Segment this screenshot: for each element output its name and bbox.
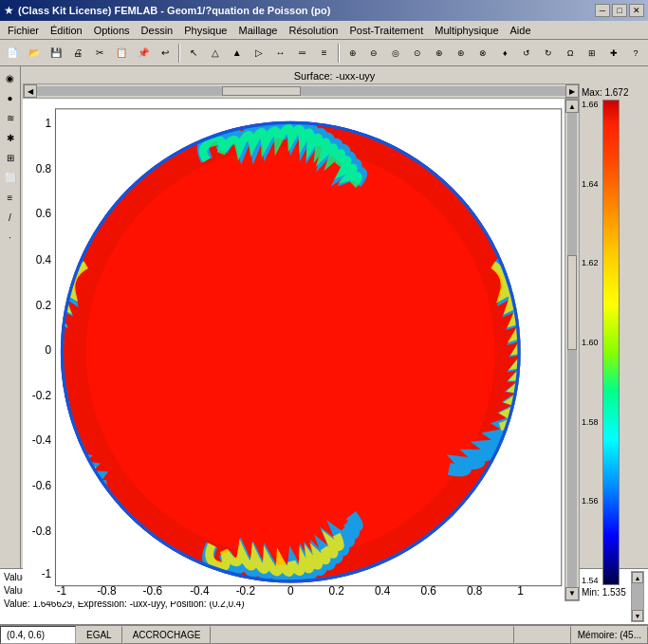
scroll-left-arrow[interactable]: ◀ (24, 84, 37, 98)
toolbar-btn2-1[interactable]: △ (205, 43, 226, 64)
toolbar-btn3-9[interactable]: ↻ (538, 43, 559, 64)
svg-text:-0.2: -0.2 (236, 584, 255, 598)
svg-text:-0.2: -0.2 (32, 389, 51, 402)
toolbar-btn-7[interactable]: ↩ (155, 43, 176, 64)
left-btn-3[interactable]: ✱ (1, 128, 20, 147)
status-scrollbar[interactable]: ▲ ▼ (631, 571, 644, 622)
minimize-button[interactable]: ─ (595, 4, 610, 17)
horiz-scrollbar[interactable]: ◀ ▶ (23, 83, 580, 99)
toolbar-btn-4[interactable]: ✂ (89, 43, 110, 64)
toolbar-btn3-2[interactable]: ◎ (385, 43, 406, 64)
svg-text:0.4: 0.4 (375, 584, 391, 598)
svg-text:0.8: 0.8 (36, 162, 52, 175)
status-scroll-track[interactable] (632, 583, 643, 610)
plot-with-vscroll: ◀ ▶ 1 0.8 (23, 83, 580, 601)
menu-item-fichier[interactable]: Fichier (2, 21, 45, 39)
left-btn-5[interactable]: ⬜ (1, 168, 20, 187)
menu-item-posttraitement[interactable]: Post-Traitement (343, 21, 429, 39)
maximize-button[interactable]: □ (612, 4, 627, 17)
menu-item-rsolution[interactable]: Résolution (283, 21, 343, 39)
status-scroll-down[interactable]: ▼ (632, 610, 643, 621)
menu-bar: FichierÉditionOptionsDessinPhysiqueMaill… (0, 21, 648, 40)
coords-display: (0.4, 0.6) (0, 626, 76, 644)
left-toolbar: ◉●≋✱⊞⬜≡/· (0, 66, 21, 568)
colorbar-label-6: 1.56 (582, 496, 599, 506)
toolbar-btn3-12[interactable]: ✚ (603, 43, 624, 64)
horiz-thumb[interactable] (222, 86, 302, 96)
bottom-bar: (0.4, 0.6) EGAL ACCROCHAGE Mémoire: (45.… (0, 625, 648, 644)
menu-item-options[interactable]: Options (88, 21, 136, 39)
title-controls: ─ □ ✕ (595, 4, 644, 17)
svg-text:-0.6: -0.6 (143, 584, 163, 598)
vert-scrollbar[interactable]: ▲ ▼ (565, 99, 580, 601)
vert-track[interactable] (567, 113, 577, 587)
toolbar-btn2-2[interactable]: ▲ (227, 43, 248, 64)
svg-text:1: 1 (517, 584, 524, 598)
plot-canvas-area: 1 0.8 0.6 0.4 0.2 0 -0.2 -0.4 -0.6 -0.8 … (23, 99, 580, 601)
toolbar-btn-3[interactable]: 🖨 (67, 43, 88, 64)
svg-text:1: 1 (46, 117, 52, 130)
colorbar-gradient (602, 100, 620, 585)
egal-button[interactable]: EGAL (76, 626, 122, 644)
app-icon: ★ (4, 4, 14, 17)
menu-item-aide[interactable]: Aide (505, 21, 537, 39)
colorbar-inner: 1.66 1.64 1.62 1.60 1.58 1.56 1.54 (582, 100, 620, 585)
toolbar-btn3-13[interactable]: ? (625, 43, 646, 64)
left-btn-2[interactable]: ≋ (1, 108, 20, 127)
toolbar-btn3-6[interactable]: ⊗ (472, 43, 493, 64)
toolbar-btn3-4[interactable]: ⊕ (429, 43, 450, 64)
main-content: ◉●≋✱⊞⬜≡/· Surface: -uxx-uyy ◀ ▶ (0, 66, 648, 568)
colorbar-label-4: 1.60 (582, 338, 599, 347)
svg-text:-1: -1 (42, 567, 52, 580)
svg-text:0.6: 0.6 (36, 207, 52, 220)
left-btn-8[interactable]: · (1, 228, 20, 247)
toolbar-btn3-3[interactable]: ⊙ (407, 43, 428, 64)
toolbar-btn3-5[interactable]: ⊛ (451, 43, 472, 64)
svg-text:-0.4: -0.4 (32, 433, 52, 447)
toolbar-btn2-4[interactable]: ↔ (270, 43, 291, 64)
svg-text:0: 0 (287, 584, 294, 598)
menu-item-dessin[interactable]: Dessin (136, 21, 179, 39)
toolbar-btn3-0[interactable]: ⊕ (343, 43, 363, 64)
toolbar-btn-5[interactable]: 📋 (111, 43, 132, 64)
toolbar-btn2-6[interactable]: ≡ (314, 43, 335, 64)
menu-item-maillage[interactable]: Maillage (232, 21, 283, 39)
close-button[interactable]: ✕ (629, 4, 644, 17)
toolbar-btn3-10[interactable]: Ω (560, 43, 581, 64)
status-scroll-up[interactable]: ▲ (632, 572, 643, 583)
horiz-track[interactable] (37, 86, 565, 96)
left-btn-0[interactable]: ◉ (1, 68, 20, 87)
vert-thumb[interactable] (567, 255, 577, 350)
title-text: (Class Kit License) FEMLAB - Geom1/?quat… (18, 5, 330, 16)
menu-item-physique[interactable]: Physique (178, 21, 232, 39)
left-btn-7[interactable]: / (1, 208, 20, 227)
menu-item-multiphysique[interactable]: Multiphysique (429, 21, 504, 39)
colorbar-label-2: 1.64 (582, 179, 599, 189)
toolbar-btn3-8[interactable]: ↺ (516, 43, 537, 64)
svg-text:-0.8: -0.8 (32, 524, 52, 538)
svg-text:0: 0 (46, 343, 52, 357)
left-btn-6[interactable]: ≡ (1, 188, 20, 207)
toolbar-btn2-0[interactable]: ↖ (183, 43, 204, 64)
toolbar-btn3-7[interactable]: ♦ (494, 43, 515, 64)
colorbar-label-3: 1.62 (582, 258, 599, 267)
left-btn-4[interactable]: ⊞ (1, 148, 20, 167)
toolbar-btn-0[interactable]: 📄 (2, 43, 23, 64)
toolbar-btn3-11[interactable]: ⊞ (582, 43, 602, 64)
toolbar-btn-2[interactable]: 💾 (46, 43, 66, 64)
scroll-up-arrow[interactable]: ▲ (565, 100, 579, 113)
toolbar-btn-6[interactable]: 📌 (133, 43, 154, 64)
menu-item-dition[interactable]: Édition (45, 21, 88, 39)
left-btn-1[interactable]: ● (1, 88, 20, 107)
accrochage-button[interactable]: ACCROCHAGE (122, 626, 212, 644)
scroll-right-arrow[interactable]: ▶ (565, 84, 579, 98)
toolbar-btn3-1[interactable]: ⊖ (364, 43, 385, 64)
title-bar: ★ (Class Kit License) FEMLAB - Geom1/?qu… (0, 0, 648, 21)
toolbar-btn-1[interactable]: 📂 (24, 43, 45, 64)
toolbar-btn2-3[interactable]: ▷ (249, 43, 269, 64)
svg-text:-0.6: -0.6 (32, 479, 52, 492)
plot-canvas-wrapper[interactable]: 1 0.8 0.6 0.4 0.2 0 -0.2 -0.4 -0.6 -0.8 … (23, 99, 565, 601)
surface-label: Surface: -uxx-uyy (23, 68, 646, 83)
toolbar-btn2-5[interactable]: ═ (292, 43, 313, 64)
empty-bottom-1 (211, 626, 513, 644)
